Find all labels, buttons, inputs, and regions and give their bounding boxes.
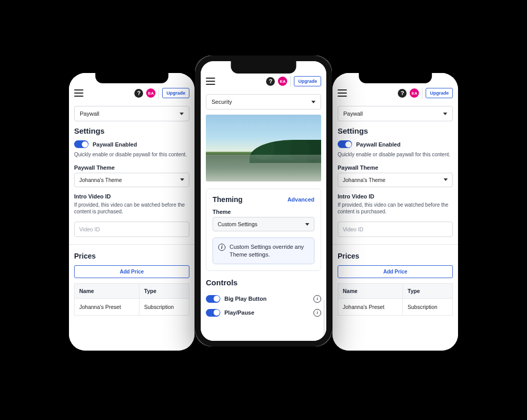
dropdown-value: Paywall	[343, 111, 363, 117]
menu-icon[interactable]	[338, 89, 347, 97]
divider	[69, 244, 195, 245]
menu-icon[interactable]	[206, 78, 215, 85]
phone-center: ? EA Upgrade Security	[195, 56, 332, 346]
paywall-toggle-label: Paywall Enabled	[93, 141, 137, 148]
info-icon[interactable]: i	[313, 295, 321, 303]
upgrade-button[interactable]: Upgrade	[294, 76, 321, 86]
advanced-link[interactable]: Advanced	[287, 196, 314, 203]
chevron-down-icon	[180, 178, 184, 181]
divider	[332, 244, 458, 245]
table-header-row: Name Type	[75, 283, 189, 298]
add-price-button[interactable]: Add Price	[74, 265, 189, 278]
avatar[interactable]: EA	[278, 77, 287, 86]
cell-name: Johanna's Preset	[75, 298, 139, 315]
chevron-down-icon	[444, 178, 448, 181]
intro-desc: If provided, this video can be watched b…	[338, 202, 453, 215]
cell-name: Johanna's Preset	[338, 298, 403, 315]
section-dropdown[interactable]: Security	[206, 94, 321, 109]
theme-select[interactable]: Johanna's Theme	[338, 173, 453, 187]
menu-icon[interactable]	[74, 89, 83, 97]
upgrade-button[interactable]: Upgrade	[162, 88, 189, 98]
info-icon: i	[218, 244, 225, 251]
video-id-input[interactable]	[74, 222, 189, 237]
chevron-down-icon	[443, 113, 447, 115]
cell-type: Subscription	[403, 298, 453, 315]
control-row: Big Play Button i	[206, 292, 321, 306]
paywall-toggle[interactable]	[338, 140, 352, 148]
col-name: Name	[338, 283, 403, 298]
col-type: Type	[403, 283, 453, 298]
section-dropdown[interactable]: Paywall	[338, 106, 453, 121]
info-icon[interactable]: i	[313, 309, 321, 317]
theming-card: Theming Advanced Theme Custom Settings i…	[206, 189, 321, 271]
help-icon[interactable]: ?	[134, 89, 143, 98]
add-price-button[interactable]: Add Price	[338, 265, 453, 278]
theme-select[interactable]: Johanna's Theme	[74, 173, 189, 187]
help-icon[interactable]: ?	[398, 89, 407, 98]
table-header-row: Name Type	[338, 283, 453, 298]
theme-value: Johanna's Theme	[343, 177, 385, 183]
chevron-down-icon	[180, 113, 184, 115]
intro-label: Intro Video ID	[338, 193, 453, 199]
prices-table: Name Type Johanna's Preset Subscription	[74, 283, 189, 316]
cell-type: Subscription	[139, 298, 189, 315]
divider	[290, 76, 291, 87]
theme-label: Paywall Theme	[74, 165, 189, 171]
paywall-toggle[interactable]	[74, 140, 89, 148]
settings-title: Settings	[338, 126, 453, 135]
avatar[interactable]: EA	[410, 88, 419, 98]
video-id-input[interactable]	[338, 222, 453, 237]
theme-field-label: Theme	[213, 209, 314, 215]
controls-title: Controls	[206, 278, 321, 287]
paywall-toggle-desc: Quickly enable or disable paywall for th…	[338, 151, 453, 158]
theme-value: Johanna's Theme	[79, 177, 122, 183]
prices-title: Prices	[338, 252, 453, 260]
paywall-toggle-desc: Quickly enable or disable paywall for th…	[74, 151, 189, 158]
paywall-toggle-label: Paywall Enabled	[356, 141, 400, 148]
big-play-toggle[interactable]	[206, 295, 220, 303]
chevron-down-icon	[311, 101, 315, 103]
phone-right: ? EA Upgrade Paywall Settings Paywall En…	[332, 73, 458, 351]
notch	[95, 73, 168, 83]
help-icon[interactable]: ?	[266, 77, 275, 86]
info-text: Custom Settings override any Theme setti…	[230, 243, 309, 259]
upgrade-button[interactable]: Upgrade	[426, 88, 453, 98]
settings-title: Settings	[74, 126, 189, 135]
theme-value: Custom Settings	[218, 221, 257, 227]
intro-desc: If provided, this video can be watched b…	[74, 202, 189, 215]
chevron-down-icon	[305, 223, 309, 226]
prices-table: Name Type Johanna's Preset Subscription	[338, 283, 453, 316]
theming-title: Theming	[213, 195, 242, 204]
notch	[359, 73, 432, 83]
play-pause-toggle[interactable]	[206, 309, 220, 317]
divider	[159, 87, 159, 99]
info-callout: i Custom Settings override any Theme set…	[213, 238, 314, 264]
table-row[interactable]: Johanna's Preset Subscription	[75, 298, 189, 315]
video-preview-image	[206, 115, 321, 181]
dropdown-value: Security	[212, 99, 232, 105]
control-label: Play/Pause	[224, 309, 254, 316]
intro-label: Intro Video ID	[74, 193, 189, 199]
theme-label: Paywall Theme	[338, 165, 453, 171]
section-dropdown[interactable]: Paywall	[74, 106, 189, 121]
control-label: Big Play Button	[224, 296, 267, 302]
avatar[interactable]: EA	[146, 88, 155, 98]
phone-left: ? EA Upgrade Paywall Settings Paywall En…	[69, 73, 195, 351]
prices-title: Prices	[74, 252, 189, 260]
col-name: Name	[75, 283, 139, 298]
control-row: Play/Pause i	[206, 306, 321, 320]
col-type: Type	[139, 283, 189, 298]
theme-select[interactable]: Custom Settings	[213, 217, 314, 231]
notch	[231, 61, 296, 74]
scrollbar-track	[323, 300, 325, 341]
divider	[422, 87, 423, 99]
dropdown-value: Paywall	[80, 111, 99, 117]
table-row[interactable]: Johanna's Preset Subscription	[338, 298, 453, 315]
